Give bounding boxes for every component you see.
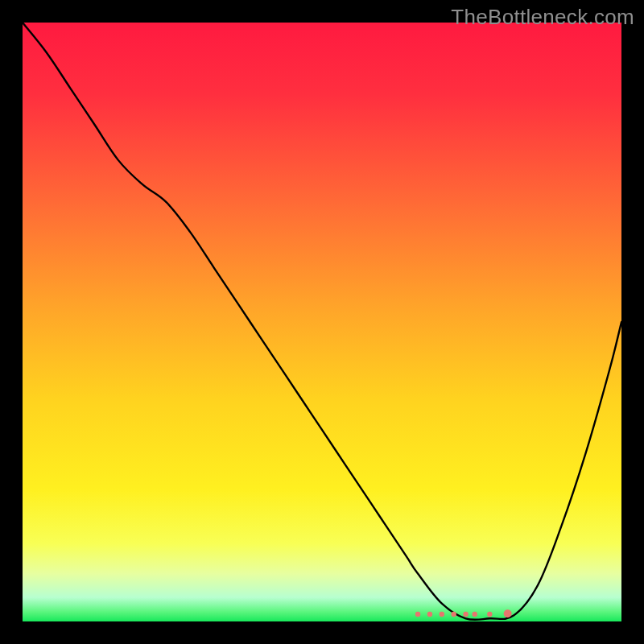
chart-frame: TheBottleneck.com bbox=[0, 0, 644, 644]
valley-marker bbox=[473, 612, 477, 617]
bottleneck-curve bbox=[23, 23, 621, 620]
valley-marker bbox=[463, 612, 468, 617]
valley-marker bbox=[487, 612, 492, 617]
valley-marker bbox=[415, 612, 420, 617]
valley-markers bbox=[415, 609, 512, 617]
plot-area bbox=[23, 23, 621, 621]
curve-layer bbox=[23, 23, 621, 621]
watermark-text: TheBottleneck.com bbox=[451, 5, 634, 30]
valley-marker bbox=[427, 612, 432, 617]
valley-marker bbox=[440, 612, 444, 617]
valley-marker bbox=[504, 609, 512, 617]
valley-marker bbox=[451, 612, 456, 617]
